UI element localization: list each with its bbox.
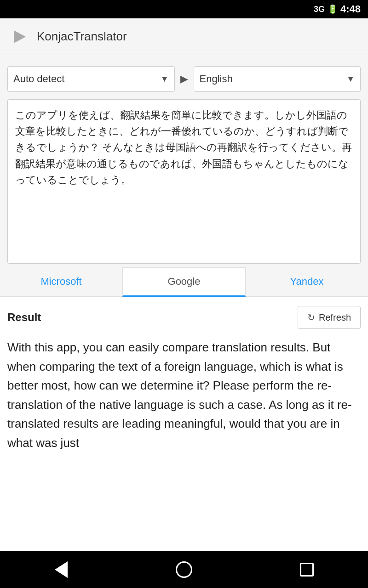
battery-icon: 🔋 (328, 4, 338, 14)
tab-microsoft[interactable]: Microsoft (0, 267, 122, 297)
tab-google-label: Google (168, 276, 201, 288)
result-text: With this app, you can easily compare tr… (0, 338, 368, 551)
status-icons: 3G 🔋 4:48 (314, 3, 361, 15)
refresh-label: Refresh (319, 312, 351, 323)
app-logo (9, 27, 29, 47)
target-dropdown-icon: ▼ (346, 74, 355, 84)
source-dropdown-icon: ▼ (161, 74, 169, 84)
app-title: KonjacTranslator (37, 29, 127, 44)
home-button[interactable] (172, 558, 196, 581)
result-header: Result ↻ Refresh (0, 297, 368, 338)
text-input-area (7, 99, 361, 264)
tab-yandex-label: Yandex (290, 276, 324, 288)
refresh-button[interactable]: ↻ Refresh (298, 306, 361, 329)
main-content: Auto detect ▼ ▶ English ▼ Microsoft Goog… (0, 55, 368, 551)
bottom-nav (0, 551, 368, 588)
target-language-select[interactable]: English ▼ (194, 66, 361, 92)
source-language-label: Auto detect (13, 73, 64, 85)
tab-yandex[interactable]: Yandex (246, 267, 368, 297)
tab-google[interactable]: Google (122, 267, 246, 297)
status-bar: 3G 🔋 4:48 (0, 0, 368, 18)
status-time: 4:48 (340, 3, 361, 15)
refresh-icon: ↻ (307, 312, 315, 323)
source-language-select[interactable]: Auto detect ▼ (7, 66, 175, 92)
direction-arrow-icon: ▶ (180, 73, 188, 85)
home-icon (176, 561, 192, 578)
tabs-container: Microsoft Google Yandex (0, 267, 368, 297)
recents-button[interactable] (295, 558, 318, 581)
tab-microsoft-label: Microsoft (40, 276, 81, 288)
target-language-label: English (200, 73, 233, 85)
app-bar: KonjacTranslator (0, 18, 368, 55)
recents-icon (300, 563, 314, 577)
back-button[interactable] (50, 558, 73, 581)
svg-marker-0 (14, 30, 26, 43)
result-label: Result (7, 311, 41, 324)
language-selector-row: Auto detect ▼ ▶ English ▼ (0, 55, 368, 99)
signal-icon: 3G (314, 5, 325, 14)
source-text-input[interactable] (15, 107, 353, 254)
result-section: Result ↻ Refresh With this app, you can … (0, 297, 368, 551)
back-icon (55, 561, 68, 578)
